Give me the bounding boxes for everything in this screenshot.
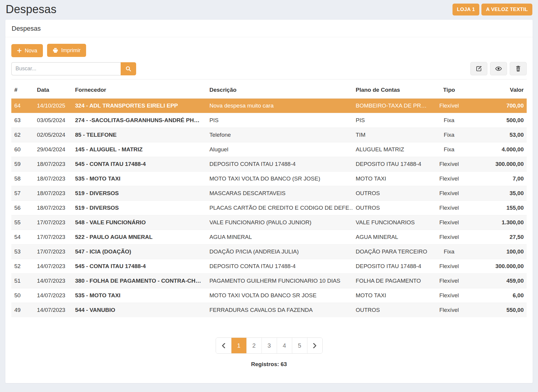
store-badge[interactable]: LOJA 1 (453, 4, 480, 15)
cell-value: 459,00 (468, 274, 527, 288)
cell-description: Aluguel (206, 142, 353, 157)
expenses-card: Despesas Nova Imprimir (5, 19, 533, 383)
cell-plan: DEPOSITO ITAU 17488-4 (353, 259, 430, 274)
column-header[interactable]: Data (34, 80, 72, 99)
cell-plan: VALE FUNCIONARIOS (353, 215, 430, 230)
table-row[interactable]: 5317/07/2023547 - ICIA (DOAÇÃO)DOAÇÃO P/… (11, 245, 527, 259)
cell-date: 29/04/2024 (34, 142, 72, 157)
delete-button[interactable] (510, 62, 527, 75)
column-header[interactable]: Descrição (206, 80, 353, 99)
cell-description: MOTO TAXI VOLTA DO BANCO (SR JOSE) (206, 172, 353, 186)
print-label: Imprimir (61, 47, 80, 54)
table-row[interactable]: 5618/07/2023519 - DIVERSOSPLACAS CARTÃO … (11, 201, 527, 215)
cell-description: PAGAMENTO GUILHERM FUNCIONARIO 10 DIAS (206, 274, 353, 288)
pagination-page-2[interactable]: 2 (246, 338, 262, 353)
edit-icon (476, 66, 482, 72)
table-row[interactable]: 5818/07/2023535 - MOTO TAXIMOTO TAXI VOL… (11, 172, 527, 186)
chevron-right-icon (313, 343, 317, 348)
search-icon (125, 66, 131, 72)
cell-type: Fixa (430, 142, 468, 157)
cell-description: MOTO TAXI VOLTA DO BANCO SR JOSE (206, 288, 353, 303)
cell-date: 17/07/2023 (34, 245, 72, 259)
cell-date: 18/07/2023 (34, 201, 72, 215)
card-title: Despesas (5, 20, 533, 37)
store-badge[interactable]: A VELOZ TEXTIL (481, 4, 532, 15)
table-row[interactable]: 5517/07/2023548 - VALE FUNCIONÁRIOVALE F… (11, 215, 527, 230)
cell-id: 58 (11, 172, 34, 186)
table-row[interactable]: 6414/10/2025324 - ADL TRANSPORTES EIRELI… (11, 99, 527, 113)
cell-description: DOAÇÃO P/ICIA (ANDREIA JULIA) (206, 245, 353, 259)
cell-plan: FOLHA DE PAGAMENTO (353, 274, 430, 288)
cell-type: Flexível (430, 230, 468, 245)
table-row[interactable]: 5718/07/2023519 - DIVERSOSMASCARAS DESCA… (11, 186, 527, 201)
cell-id: 60 (11, 142, 34, 157)
search-group (11, 62, 136, 75)
table-row[interactable]: 4914/07/2023544 - VANUBIOFERRADURAS CAVA… (11, 303, 527, 318)
cell-id: 50 (11, 288, 34, 303)
cell-plan: OUTROS (353, 201, 430, 215)
table-row[interactable]: 5214/07/2023545 - CONTA ITAU 17488-4DEPO… (11, 259, 527, 274)
cell-description: DEPOSITO CONTA ITAU 17488-4 (206, 157, 353, 172)
cell-id: 64 (11, 99, 34, 113)
pagination-prev-button[interactable] (216, 338, 231, 353)
cell-supplier: 535 - MOTO TAXI (72, 172, 206, 186)
cell-date: 17/07/2023 (34, 230, 72, 245)
search-button[interactable] (121, 62, 136, 75)
cell-type: Flexível (430, 259, 468, 274)
cell-plan: PIS (353, 113, 430, 128)
search-input[interactable] (11, 62, 121, 75)
table-row[interactable]: 6303/05/2024274 - -SACOLITAS-GARANHUNS-A… (11, 113, 527, 128)
cell-id: 57 (11, 186, 34, 201)
column-header[interactable]: Valor (468, 80, 527, 99)
table-row[interactable]: 6202/05/202485 - TELEFONETelefoneTIMFixa… (11, 128, 527, 142)
cell-plan: OUTROS (353, 303, 430, 318)
column-header[interactable]: Tipo (430, 80, 468, 99)
view-button[interactable] (490, 62, 507, 75)
column-header[interactable]: Plano de Contas (353, 80, 430, 99)
pagination-next-button[interactable] (307, 338, 322, 353)
cell-id: 59 (11, 157, 34, 172)
cell-plan: OUTROS (353, 186, 430, 201)
table-row[interactable]: 5114/07/2023380 - FOLHA DE PAGAMENTO - C… (11, 274, 527, 288)
pagination-page-3[interactable]: 3 (262, 338, 277, 353)
cell-date: 18/07/2023 (34, 157, 72, 172)
pagination-page-5[interactable]: 5 (292, 338, 307, 353)
table-row[interactable]: 5417/07/2023522 - PAULO AGUA MNERALAGUA … (11, 230, 527, 245)
plus-icon (17, 48, 22, 53)
cell-value: 155,00 (468, 201, 527, 215)
cell-type: Flexível (430, 172, 468, 186)
row-action-buttons (470, 62, 527, 75)
cell-type: Flexível (430, 288, 468, 303)
print-button[interactable]: Imprimir (47, 44, 86, 57)
cell-value: 35,00 (468, 186, 527, 201)
new-expense-button[interactable]: Nova (11, 44, 43, 57)
cell-supplier: 519 - DIVERSOS (72, 201, 206, 215)
cell-description: MASCARAS DESCARTAVEIS (206, 186, 353, 201)
cell-id: 63 (11, 113, 34, 128)
cell-value: 4.000,00 (468, 142, 527, 157)
pagination-page-1[interactable]: 1 (231, 338, 246, 353)
page-title: Despesas (6, 3, 57, 16)
cell-plan: AGUA MINERAL (353, 230, 430, 245)
cell-date: 03/05/2024 (34, 113, 72, 128)
cell-plan: MOTO TAXI (353, 288, 430, 303)
column-header[interactable]: # (11, 80, 34, 99)
cell-supplier: 544 - VANUBIO (72, 303, 206, 318)
cell-type: Flexível (430, 99, 468, 113)
records-count: Registros: 63 (11, 361, 527, 368)
cell-supplier: 519 - DIVERSOS (72, 186, 206, 201)
expenses-table: #DataFornecedorDescriçãoPlano de ContasT… (11, 79, 527, 317)
table-row[interactable]: 5918/07/2023545 - CONTA ITAU 17488-4DEPO… (11, 157, 527, 172)
edit-button[interactable] (470, 62, 487, 75)
cell-supplier: 324 - ADL TRANSPORTES EIRELI EPP (72, 99, 206, 113)
pagination-page-4[interactable]: 4 (277, 338, 292, 353)
cell-value: 700,00 (468, 99, 527, 113)
cell-value: 300.000,00 (468, 157, 527, 172)
cell-date: 14/07/2023 (34, 288, 72, 303)
cell-type: Flexível (430, 215, 468, 230)
table-row[interactable]: 6029/04/2024145 - ALUGUEL - MATRIZAlugue… (11, 142, 527, 157)
table-row[interactable]: 5014/07/2023535 - MOTO TAXIMOTO TAXI VOL… (11, 288, 527, 303)
cell-supplier: 85 - TELEFONE (72, 128, 206, 142)
column-header[interactable]: Fornecedor (72, 80, 206, 99)
cell-id: 53 (11, 245, 34, 259)
